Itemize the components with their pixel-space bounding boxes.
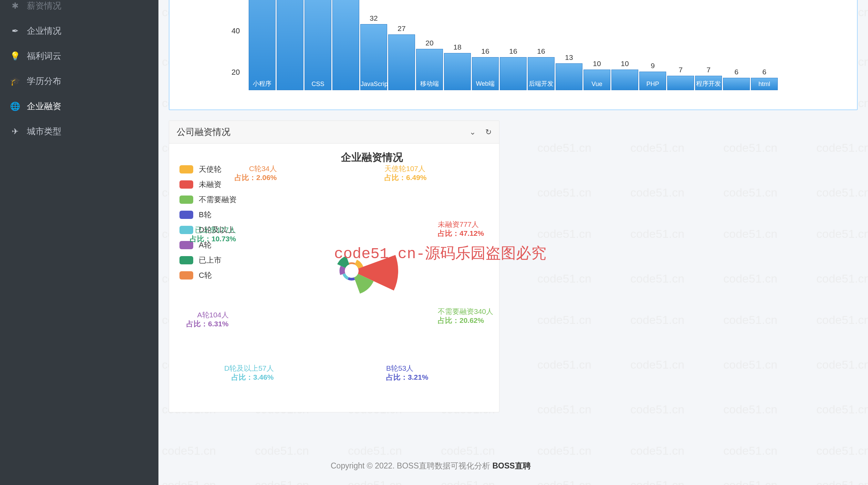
bar: 6html: [751, 78, 778, 90]
sidebar-item-label: 学历分布: [27, 75, 61, 87]
legend-label: 已上市: [199, 255, 221, 265]
bar-group: 62小程序5848CSS4432JavaScript2720移动端1816Web…: [249, 0, 778, 90]
bar: 16: [500, 57, 527, 90]
sidebar-item-label: 企业情况: [27, 25, 61, 36]
legend-swatch: [179, 196, 193, 204]
feather-icon: ✒: [10, 26, 20, 36]
svg-point-0: [346, 265, 357, 276]
y-tick: 40: [231, 27, 240, 35]
legend-swatch: [179, 165, 193, 173]
bar-chart-card: 20 40 62小程序5848CSS4432JavaScript2720移动端1…: [169, 0, 858, 110]
callout-b-round: B轮53人 占比：3.21%: [386, 364, 428, 382]
bar: 6: [723, 78, 750, 90]
callout-no-fund: 未融资777人 占比：47.12%: [438, 220, 484, 238]
legend-item[interactable]: 未融资: [179, 179, 237, 190]
bar: 18: [444, 53, 471, 90]
legend-item[interactable]: B轮: [179, 210, 237, 220]
legend-swatch: [179, 256, 193, 264]
card-title: 公司融资情况: [177, 126, 230, 138]
bar: 44: [332, 0, 359, 90]
bar: 10: [611, 70, 638, 90]
sidebar-item-label: 福利词云: [27, 50, 61, 62]
bar: 16后端开发: [528, 57, 555, 90]
pie-title: 企业融资情况: [252, 150, 492, 165]
legend-swatch: [179, 180, 193, 189]
pie-chart-card: 公司融资情况 ⌄ ↻ 企业融资情况 天使轮未融资不需要融资B轮D轮及以上A轮已上…: [169, 120, 499, 412]
legend-label: 不需要融资: [199, 194, 237, 205]
card-header: 公司融资情况 ⌄ ↻: [169, 121, 499, 144]
y-tick: 20: [231, 68, 240, 77]
sidebar-item-label: 企业融资: [27, 101, 61, 112]
watermark-center: code51.cn-源码乐园盗图必究: [334, 243, 546, 263]
plane-icon: ✈: [10, 127, 20, 136]
graduation-icon: 🎓: [10, 76, 20, 86]
legend-label: C轮: [199, 270, 212, 281]
main-content: 20 40 62小程序5848CSS4432JavaScript2720移动端1…: [158, 0, 868, 485]
footer-copyright: Copyright © 2022. BOSS直聘数据可视化分析: [331, 461, 492, 470]
sidebar-item-salary[interactable]: ✱ 薪资情况: [0, 0, 158, 18]
callout-angel: 天使轮107人 占比：6.49%: [384, 164, 427, 182]
bar: 7: [667, 76, 694, 90]
callout-c-round: C轮34人 占比：2.06%: [235, 164, 277, 182]
globe-icon: 🌐: [10, 102, 20, 111]
bar: 32JavaScript: [360, 24, 387, 90]
legend-item[interactable]: 已上市: [179, 255, 237, 265]
sidebar: ✱ 薪资情况 ✒ 企业情况 💡 福利词云 🎓 学历分布 🌐 企业融资 ✈ 城市类…: [0, 0, 158, 485]
pie-body: 企业融资情况 天使轮未融资不需要融资B轮D轮及以上A轮已上市C轮 C轮34人 占…: [169, 144, 499, 412]
pie-legend: 天使轮未融资不需要融资B轮D轮及以上A轮已上市C轮: [179, 164, 237, 285]
bar: 13: [556, 63, 582, 90]
sidebar-item-funding[interactable]: 🌐 企业融资: [0, 94, 158, 119]
footer-brand: BOSS直聘: [492, 461, 530, 470]
callout-a-round: A轮104人 占比：6.31%: [186, 310, 229, 329]
sidebar-item-city[interactable]: ✈ 城市类型: [0, 119, 158, 144]
legend-item[interactable]: 天使轮: [179, 164, 237, 175]
sidebar-item-label: 薪资情况: [27, 0, 61, 11]
callout-listed: 已上市177人 占比：10.73%: [190, 225, 236, 244]
sidebar-item-label: 城市类型: [27, 126, 61, 137]
bar: 7程序开发: [695, 76, 722, 90]
footer: Copyright © 2022. BOSS直聘数据可视化分析 BOSS直聘: [331, 461, 531, 471]
legend-swatch: [179, 211, 193, 219]
bar: 48CSS: [304, 0, 331, 90]
legend-item[interactable]: C轮: [179, 270, 237, 281]
callout-d-plus: D轮及以上57人 占比：3.46%: [224, 364, 274, 382]
pie-slice: [348, 277, 355, 281]
bar: 20移动端: [416, 49, 443, 90]
legend-label: B轮: [199, 210, 211, 220]
bar: 58: [277, 0, 303, 90]
sidebar-item-welfare[interactable]: 💡 福利词云: [0, 43, 158, 68]
legend-label: 未融资: [199, 179, 221, 190]
legend-swatch: [179, 271, 193, 280]
callout-no-need: 不需要融资340人 占比：20.62%: [438, 307, 493, 325]
sidebar-item-education[interactable]: 🎓 学历分布: [0, 68, 158, 94]
bar: 16Web端: [472, 57, 499, 90]
refresh-icon[interactable]: ↻: [485, 128, 492, 137]
legend-label: 天使轮: [199, 164, 221, 175]
sidebar-item-company[interactable]: ✒ 企业情况: [0, 18, 158, 43]
star-icon: ✱: [10, 1, 20, 11]
bar: 27: [388, 34, 415, 90]
bar: 62小程序: [249, 0, 276, 90]
bulb-icon: 💡: [10, 51, 20, 61]
bar-chart: 20 40 62小程序5848CSS4432JavaScript2720移动端1…: [249, 1, 834, 107]
legend-item[interactable]: 不需要融资: [179, 194, 237, 205]
collapse-icon[interactable]: ⌄: [469, 128, 476, 137]
bar: 9PHP: [639, 72, 666, 90]
bar: 10Vue: [583, 70, 610, 90]
